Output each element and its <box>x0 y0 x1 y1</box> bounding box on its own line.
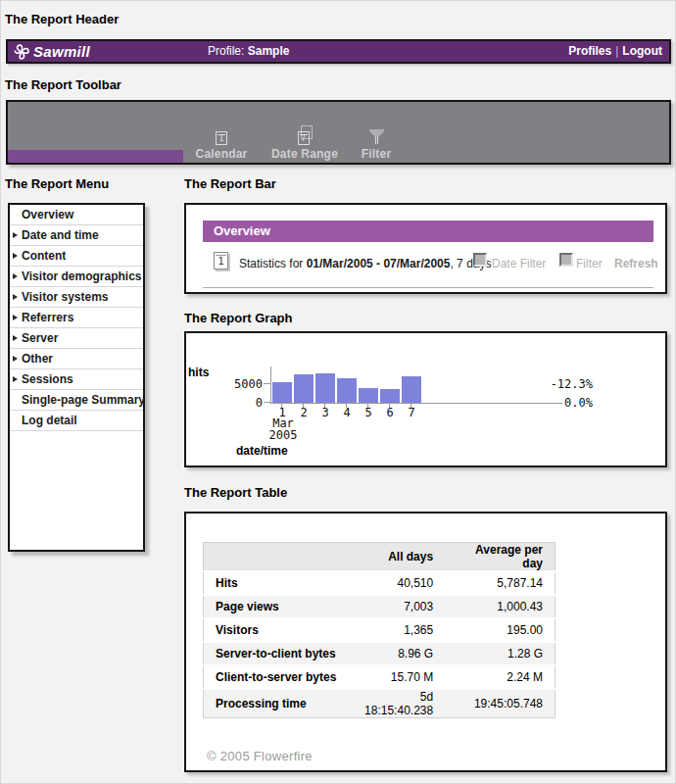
filter-button-label: Filter <box>347 147 406 161</box>
filter-button[interactable]: Filter <box>347 128 406 161</box>
filter-checkbox-label: Filter <box>576 257 603 270</box>
graph-bar <box>359 388 378 403</box>
menu-item-visitor-systems[interactable]: Visitor systems <box>10 287 143 308</box>
menu-item-sessions[interactable]: Sessions <box>10 369 143 390</box>
date-range-button[interactable]: 7 Date Range <box>261 128 349 161</box>
sawmill-logo[interactable]: Sawmill <box>13 41 90 62</box>
y-tick-mark <box>264 402 270 403</box>
arrow-right-icon <box>13 232 18 238</box>
y-tick-0: 0 <box>214 396 263 410</box>
average-per-day-value: 1,000.43 <box>445 595 555 618</box>
graph-bar <box>294 374 314 403</box>
table-row: Client-to-server bytes15.70 M2.24 M <box>204 665 555 689</box>
profiles-link[interactable]: Profiles <box>568 44 611 58</box>
profile-indicator: Profile: Sample <box>208 44 289 58</box>
header-cell-all-days: All days <box>353 543 445 572</box>
average-per-day-value: 2.24 M <box>445 665 555 689</box>
average-per-day-value: 195.00 <box>445 618 555 642</box>
menu-item-label: Date and time <box>22 228 99 242</box>
menu-item-overview[interactable]: Overview <box>10 205 143 225</box>
toolbar-accent-strip <box>8 150 183 163</box>
table-header-row: All days Average per day <box>204 543 555 572</box>
arrow-right-icon <box>13 335 18 341</box>
average-per-day-value: 1.28 G <box>445 642 555 665</box>
calendar-button[interactable]: 1 Calendar <box>187 128 256 161</box>
graph-bar <box>337 378 357 403</box>
logo-text: Sawmill <box>33 43 90 60</box>
row-label: Processing time <box>204 689 354 718</box>
graph-bar <box>315 373 335 403</box>
menu-item-label: Visitor systems <box>22 290 109 304</box>
report-toolbar: 1 Calendar 7 Date Range <box>6 100 671 165</box>
graph-bar <box>272 382 292 403</box>
calendar-range-icon: 7 <box>261 128 349 145</box>
table-row: Server-to-client bytes8.96 G1.28 G <box>204 642 555 665</box>
logout-link[interactable]: Logout <box>622 44 662 58</box>
date-range-value: 01/Mar/2005 - 07/Mar/2005 <box>307 257 451 270</box>
calendar-button-label: Calendar <box>187 147 256 161</box>
report-header-bar: Sawmill Profile: Sample Profiles|Logout <box>6 39 671 64</box>
calendar-day-icon: 1 <box>187 128 256 145</box>
menu-item-label: Visitor demographics <box>22 270 141 283</box>
x-tick-label: 5 <box>358 406 379 419</box>
y-axis-title: hits <box>188 366 209 379</box>
table-row: Processing time5d 18:15:40.23819:45:05.7… <box>204 689 555 718</box>
y-axis-line <box>270 367 271 403</box>
header-links: Profiles|Logout <box>568 44 662 58</box>
menu-item-visitor-demographics[interactable]: Visitor demographics <box>10 267 143 287</box>
y-tick-mark <box>264 383 270 384</box>
graph-section-heading: The Report Graph <box>184 311 293 325</box>
report-graph-box: hits 5000 0 1234567 Mar 2005 date/time -… <box>184 331 667 467</box>
menu-item-label: Single-page Summary <box>22 393 145 407</box>
date-range-button-label: Date Range <box>261 147 349 161</box>
date-filter-checkbox[interactable] <box>473 253 487 267</box>
arrow-right-icon <box>13 253 18 259</box>
menu-item-label: Sessions <box>22 372 73 386</box>
menu-item-referrers[interactable]: Referrers <box>10 308 143 328</box>
date-filter-checkbox-label: Date Filter <box>492 257 546 270</box>
all-days-value: 1,365 <box>353 618 445 642</box>
report-bar-box: Overview 1 Statistics for 01/Mar/2005 - … <box>184 203 667 294</box>
average-per-day-value: 19:45:05.748 <box>445 689 555 718</box>
menu-item-server[interactable]: Server <box>10 328 143 349</box>
menu-item-content[interactable]: Content <box>10 246 143 267</box>
all-days-value: 7,003 <box>353 595 445 618</box>
menu-item-label: Server <box>22 331 58 345</box>
header-cell-average: Average per day <box>445 543 555 572</box>
menu-item-date-and-time[interactable]: Date and time <box>10 225 143 246</box>
arrow-right-icon <box>13 376 18 382</box>
refresh-button[interactable]: Refresh <box>614 257 658 270</box>
report-bar-separator <box>203 287 653 288</box>
all-days-value: 5d 18:15:40.238 <box>353 689 445 718</box>
bar-section-heading: The Report Bar <box>184 176 276 191</box>
arrow-right-icon <box>13 356 18 362</box>
menu-item-other[interactable]: Other <box>10 349 143 369</box>
graph-bar <box>402 376 421 403</box>
report-menu: OverviewDate and timeContentVisitor demo… <box>8 203 145 552</box>
menu-item-label: Content <box>22 249 66 263</box>
menu-item-label: Overview <box>22 208 73 221</box>
row-label: Visitors <box>204 618 354 642</box>
menu-section-heading: The Report Menu <box>5 176 109 191</box>
table-row: Page views7,0031,000.43 <box>204 595 555 618</box>
x-tick-label: 7 <box>401 406 422 419</box>
header-section-heading: The Report Header <box>5 12 119 26</box>
table-row: Hits40,5105,787.14 <box>204 571 555 595</box>
arrow-right-icon <box>13 315 18 320</box>
menu-item-single-page-summary[interactable]: Single-page Summary <box>10 390 143 411</box>
funnel-icon <box>347 128 406 145</box>
toolbar-section-heading: The Report Toolbar <box>5 77 121 92</box>
filter-checkbox[interactable] <box>559 253 573 267</box>
row-label: Client-to-server bytes <box>204 665 354 689</box>
arrow-right-icon <box>13 273 18 279</box>
profile-value: Sample <box>248 44 290 58</box>
menu-item-label: Other <box>22 352 53 366</box>
menu-item-log-detail[interactable]: Log detail <box>10 411 143 431</box>
table-row: Visitors1,365195.00 <box>204 618 555 642</box>
report-table-box: All days Average per day Hits40,5105,787… <box>184 512 667 772</box>
arrow-right-icon <box>13 294 18 300</box>
row-label: Server-to-client bytes <box>204 642 354 665</box>
right-axis-top-label: -12.3% <box>519 377 593 391</box>
x-axis-title: date/time <box>236 444 288 458</box>
x-tick-label: 6 <box>379 406 401 419</box>
